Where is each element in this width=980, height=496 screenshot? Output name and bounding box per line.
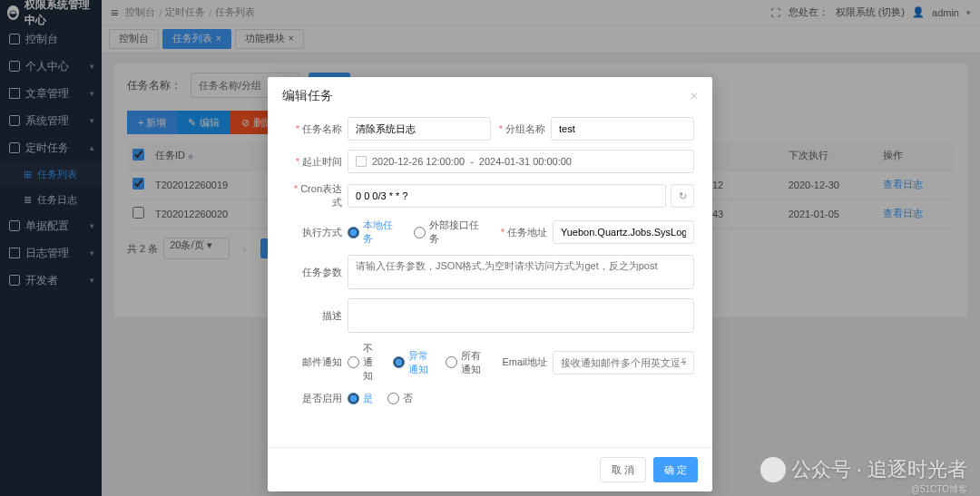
calendar-icon [356, 156, 367, 167]
watermark: 公众号 · 追逐时光者 @51CTO博客 [760, 456, 967, 483]
task-name-input[interactable] [348, 117, 491, 141]
sep: - [470, 156, 474, 167]
exec-remote-radio[interactable]: 外部接口任务 [414, 219, 484, 246]
cancel-button[interactable]: 取 消 [600, 457, 646, 482]
label-desc: 描述 [286, 309, 342, 323]
wechat-icon [760, 457, 786, 482]
modal-footer: 取 消 确 定 [268, 447, 712, 491]
label-group-name: 分组名称 [499, 123, 545, 134]
exec-local-radio[interactable]: 本地任务 [348, 219, 399, 246]
ok-button[interactable]: 确 定 [653, 457, 698, 482]
close-icon[interactable]: × [691, 89, 698, 103]
modal-header: 编辑任务 × [268, 77, 712, 115]
label-task-url: 任务地址 [501, 227, 547, 238]
date-range-picker[interactable]: 2020-12-26 12:00:00 - 2024-01-31 00:00:0… [348, 150, 694, 173]
watermark-sub: @51CTO博客 [911, 483, 967, 496]
label-time-range: 起止时间 [296, 156, 342, 167]
modal-body: 任务名称 分组名称 起止时间 2020-12-26 12:00:00 - 202… [268, 115, 712, 423]
email-input[interactable] [553, 351, 694, 374]
cron-helper-button[interactable]: ↻ [671, 184, 694, 208]
enabled-yes-radio[interactable]: 是 [348, 392, 373, 405]
enabled-no-radio[interactable]: 否 [387, 392, 413, 405]
label-exec-mode: 执行方式 [286, 226, 342, 239]
watermark-text: 公众号 · 追逐时光者 [791, 456, 967, 483]
mail-none-radio[interactable]: 不通知 [348, 342, 378, 383]
group-name-input[interactable] [551, 117, 694, 141]
label-mail: 邮件通知 [286, 355, 342, 369]
modal-title: 编辑任务 [282, 88, 333, 104]
label-cron: Cron表达式 [294, 183, 342, 208]
mail-all-radio[interactable]: 所有通知 [446, 349, 484, 376]
label-task-name: 任务名称 [296, 123, 342, 134]
start-date: 2020-12-26 12:00:00 [372, 156, 465, 167]
label-enabled: 是否启用 [286, 392, 342, 405]
task-url-input[interactable] [553, 220, 694, 244]
desc-input[interactable] [348, 298, 694, 333]
cron-input[interactable] [348, 184, 666, 208]
task-params-input[interactable] [348, 255, 694, 289]
label-email: Email地址 [498, 355, 547, 369]
edit-job-modal: 编辑任务 × 任务名称 分组名称 起止时间 2020-12-26 12:00:0… [268, 77, 712, 491]
end-date: 2024-01-31 00:00:00 [479, 156, 572, 167]
mail-error-radio[interactable]: 异常通知 [393, 349, 431, 376]
label-task-params: 任务参数 [286, 266, 342, 279]
